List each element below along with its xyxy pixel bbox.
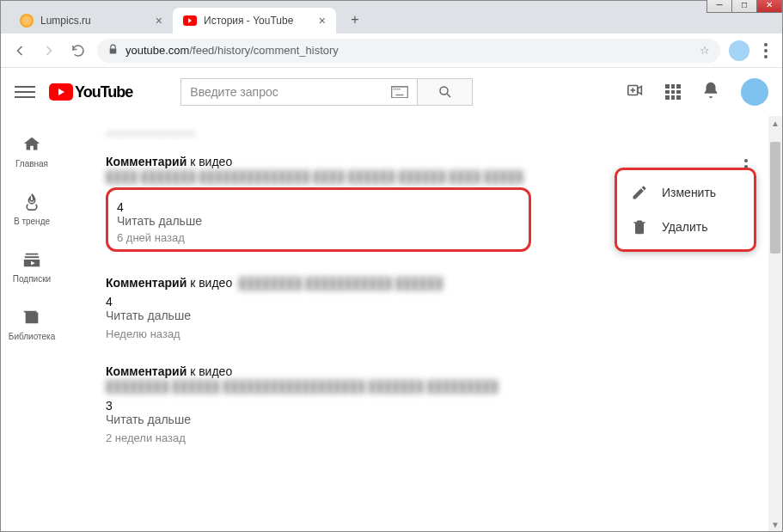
favicon-youtube [183, 15, 197, 26]
address-bar-row: youtube.com/feed/history/comment_history… [1, 34, 782, 68]
main-content: xxxxxxxxxxxxxxxx Комментарий к видео ███… [63, 116, 782, 531]
tab-strip: Lumpics.ru × История - YouTube × + ─ □ ✕ [1, 1, 782, 34]
comment-title: Комментарий к видео ████████ ███████████… [106, 276, 765, 290]
close-tab-icon[interactable]: × [319, 14, 326, 28]
youtube-play-icon [49, 83, 73, 101]
highlight-box-comment: 4 Читать дальше 6 дней назад [106, 187, 531, 252]
reload-button[interactable] [68, 40, 89, 61]
comment-prefix: Комментарий [106, 155, 187, 168]
blurred-video-title: ████████ ██████ ██████████████████ █████… [106, 380, 499, 393]
search-placeholder: Введите запрос [190, 85, 278, 99]
sidebar-label: Подписки [13, 274, 51, 284]
comment-timestamp: 6 дней назад [117, 231, 520, 244]
notifications-icon[interactable] [701, 81, 720, 104]
svg-rect-1 [394, 89, 395, 90]
svg-point-6 [440, 87, 448, 95]
context-delete[interactable]: Удалить [617, 210, 754, 244]
hamburger-menu-button[interactable] [15, 86, 35, 98]
forward-button[interactable] [39, 40, 59, 61]
lock-icon [107, 44, 119, 58]
blurred-video-title: ████ ███████ ██████████████ ████ ██████ … [106, 170, 523, 183]
sidebar-label: Главная [15, 159, 48, 168]
comment-timestamp: Неделю назад [106, 327, 765, 340]
scrollbar[interactable]: ▲ ▼ [768, 116, 782, 531]
keyboard-icon[interactable] [391, 86, 408, 98]
context-edit-label: Изменить [662, 186, 716, 199]
chrome-menu-button[interactable] [758, 43, 774, 58]
youtube-header: YouTube Введите запрос [1, 68, 782, 116]
youtube-body: Главная В тренде Подписки Библиотека xxx… [1, 116, 782, 531]
svg-rect-4 [400, 89, 401, 90]
sidebar-item-home[interactable]: Главная [1, 123, 63, 180]
comment-suffix: к видео [187, 276, 232, 290]
comment-prefix: Комментарий [106, 276, 187, 290]
sidebar-label: Библиотека [9, 332, 55, 341]
read-more-link[interactable]: Читать дальше [117, 214, 520, 228]
comment-body: 4 [117, 200, 520, 214]
scroll-down-arrow[interactable]: ▼ [768, 517, 782, 531]
comment-prefix: Комментарий [106, 364, 187, 378]
tab-title: Lumpics.ru [40, 15, 149, 27]
comment-block: Комментарий к видео ████████ ██████ ████… [106, 364, 765, 444]
url-domain: youtube.com [125, 44, 189, 57]
comment-title: Комментарий к видео [106, 364, 765, 378]
url-path: /feed/history/comment_history [189, 44, 338, 57]
window-minimize-button[interactable]: ─ [707, 0, 732, 13]
read-more-link[interactable]: Читать дальше [106, 309, 765, 322]
svg-rect-5 [396, 95, 404, 96]
youtube-logo-text: YouTube [75, 83, 132, 101]
context-menu: Изменить Удалить [615, 168, 756, 252]
svg-rect-2 [395, 89, 397, 90]
tab-lumpics[interactable]: Lumpics.ru × [9, 8, 173, 34]
scroll-up-arrow[interactable]: ▲ [768, 116, 782, 130]
create-video-icon[interactable] [626, 81, 645, 103]
search-wrap: Введите запрос [180, 78, 473, 106]
blurred-header: xxxxxxxxxxxxxxxx [106, 126, 195, 139]
sidebar-label: В тренде [14, 217, 50, 226]
comment-block: Комментарий к видео ████████ ███████████… [106, 276, 765, 340]
youtube-avatar[interactable] [741, 78, 768, 106]
new-tab-button[interactable]: + [343, 8, 367, 32]
tab-title: История - YouTube [204, 15, 312, 27]
comment-title: Комментарий к видео [106, 155, 765, 168]
sidebar-item-trending[interactable]: В тренде [1, 180, 63, 238]
comment-timestamp: 2 недели назад [106, 431, 765, 444]
search-button[interactable] [417, 78, 473, 106]
context-delete-label: Удалить [662, 220, 707, 234]
header-right [626, 78, 768, 106]
apps-grid-icon[interactable] [665, 84, 681, 100]
window-maximize-button[interactable]: □ [731, 0, 757, 13]
window-close-button[interactable]: ✕ [756, 0, 782, 13]
bookmark-star-icon[interactable]: ☆ [700, 44, 710, 57]
read-more-link[interactable]: Читать дальше [106, 413, 765, 426]
svg-rect-3 [397, 89, 399, 90]
favicon-lumpics [20, 14, 34, 28]
scroll-thumb[interactable] [770, 142, 780, 254]
back-button[interactable] [9, 40, 30, 61]
comment-suffix: к видео [187, 155, 232, 168]
comment-suffix: к видео [187, 364, 232, 378]
blurred-video-title: ████████ ███████████ ██████ [236, 277, 443, 290]
comment-body: 3 [106, 399, 765, 413]
close-tab-icon[interactable]: × [156, 14, 162, 28]
browser-window: Lumpics.ru × История - YouTube × + ─ □ ✕ [0, 0, 783, 532]
url-box[interactable]: youtube.com/feed/history/comment_history… [97, 39, 720, 63]
youtube-logo[interactable]: YouTube [49, 83, 132, 101]
sidebar-item-subscriptions[interactable]: Подписки [1, 238, 63, 296]
search-input[interactable]: Введите запрос [180, 78, 417, 106]
chrome-profile-avatar[interactable] [729, 40, 749, 61]
sidebar-item-library[interactable]: Библиотека [1, 296, 63, 353]
context-edit[interactable]: Изменить [617, 175, 754, 210]
sidebar: Главная В тренде Подписки Библиотека [1, 116, 63, 531]
tab-youtube-history[interactable]: История - YouTube × [173, 8, 336, 34]
comment-body: 4 [106, 295, 765, 309]
